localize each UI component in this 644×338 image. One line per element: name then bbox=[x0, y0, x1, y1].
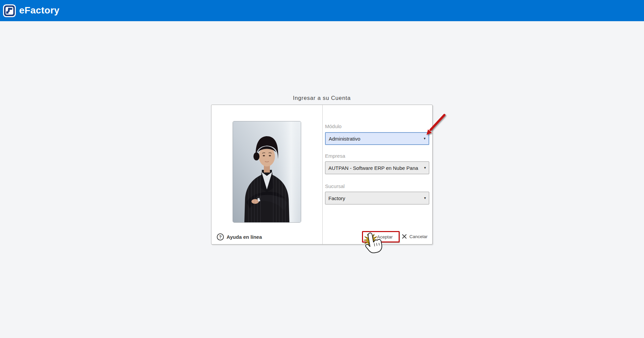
screen: eFactory Ingresar a su Cuenta bbox=[0, 0, 644, 338]
chevron-down-icon: ▼ bbox=[424, 166, 427, 170]
login-panel: ? Ayuda en línea Módulo Administrativo ▼… bbox=[211, 105, 433, 245]
aceptar-button[interactable]: Aceptar bbox=[369, 234, 393, 239]
help-online-link[interactable]: ? Ayuda en línea bbox=[217, 233, 262, 240]
modulo-label: Módulo bbox=[325, 123, 429, 129]
modulo-select[interactable]: Administrativo ▼ bbox=[325, 132, 429, 145]
empresa-label: Empresa bbox=[325, 153, 429, 159]
cancelar-button[interactable]: Cancelar bbox=[402, 234, 428, 239]
modulo-value: Administrativo bbox=[329, 136, 360, 142]
question-circle-icon: ? bbox=[217, 233, 224, 240]
businesswoman-photo bbox=[233, 121, 301, 222]
empresa-value: AUTPAN - Software ERP en Nube Pana bbox=[328, 165, 418, 171]
page-title: Ingresar a su Cuenta bbox=[211, 95, 433, 101]
businesswoman-photo-image bbox=[233, 121, 301, 222]
sucursal-select[interactable]: Factory ▼ bbox=[325, 192, 429, 204]
efactory-logo-icon bbox=[3, 4, 16, 17]
sucursal-value: Factory bbox=[328, 195, 345, 201]
x-icon bbox=[402, 234, 407, 239]
red-highlight-box: Aceptar bbox=[362, 231, 400, 242]
aceptar-label: Aceptar bbox=[377, 234, 393, 239]
help-online-label: Ayuda en línea bbox=[227, 234, 262, 240]
panel-divider bbox=[322, 105, 323, 244]
empresa-select[interactable]: AUTPAN - Software ERP en Nube Pana ▼ bbox=[325, 161, 429, 174]
chevron-down-icon: ▼ bbox=[423, 137, 426, 140]
app-title: eFactory bbox=[19, 5, 59, 16]
cancelar-label: Cancelar bbox=[409, 234, 428, 239]
check-icon bbox=[369, 234, 375, 239]
app-header: eFactory bbox=[0, 0, 644, 21]
sucursal-label: Sucursal bbox=[325, 183, 429, 189]
chevron-down-icon: ▼ bbox=[424, 196, 427, 200]
